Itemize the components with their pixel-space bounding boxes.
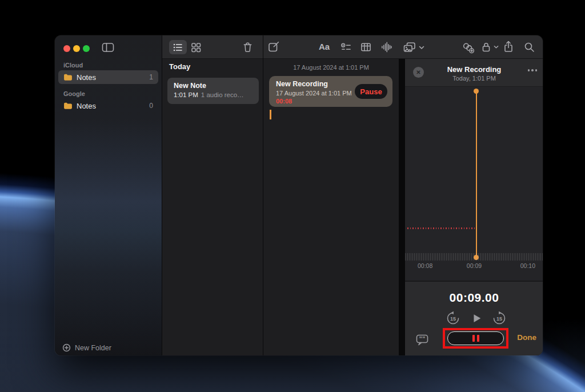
add-link-icon [461, 41, 475, 54]
lock-button[interactable] [480, 41, 499, 53]
player-header: ✕ New Recording Today, 1:01 PM [405, 59, 543, 87]
format-label: Aa [319, 42, 330, 51]
elapsed-timer: 00:09.00 [405, 291, 543, 305]
timeline-labels: 00:08 00:09 00:10 [405, 262, 543, 270]
folder-count-badge: 0 [149, 102, 153, 110]
play-icon [470, 312, 483, 325]
note-list-item[interactable]: New Note 1:01 PM1 audio reco… [167, 78, 259, 104]
transcript-button[interactable]: ”” [415, 333, 429, 349]
new-folder-button[interactable]: New Folder [62, 343, 111, 352]
share-button[interactable] [503, 40, 514, 53]
more-options-button[interactable] [528, 69, 538, 71]
new-folder-label: New Folder [75, 344, 111, 352]
list-view-icon [172, 42, 183, 53]
svg-text:15: 15 [496, 316, 502, 322]
chevron-down-icon [419, 46, 424, 50]
player-title: New Recording [405, 65, 543, 74]
table-icon [360, 41, 372, 53]
waveform-trace [407, 227, 476, 229]
sidebar: iCloud Notes 1 Google Notes 0 [55, 35, 162, 355]
folder-name: Notes [77, 102, 149, 110]
transcript-bubble-icon: ”” [415, 333, 429, 346]
format-button[interactable]: Aa [319, 42, 330, 51]
play-button[interactable] [470, 312, 483, 327]
desktop-background: iCloud Notes 1 Google Notes 0 [0, 0, 585, 392]
table-button[interactable] [360, 41, 372, 53]
checklist-icon [340, 41, 352, 53]
sidebar-toggle-icon [101, 42, 115, 53]
note-editor[interactable]: 17 August 2024 at 1:01 PM New Recording … [263, 59, 399, 355]
attachment-pause-button[interactable]: Pause [355, 84, 387, 99]
folder-name: Notes [77, 73, 149, 82]
folder-icon [63, 74, 73, 81]
delete-note-button[interactable] [242, 41, 254, 53]
skip-forward-button[interactable]: 15 [492, 311, 507, 328]
playhead-handle-top[interactable] [474, 89, 479, 94]
record-pause-button[interactable] [447, 331, 504, 345]
sidebar-section-icloud: iCloud [63, 62, 83, 69]
sidebar-item-icloud-notes[interactable]: Notes 1 [58, 70, 158, 84]
note-date-line: 17 August 2024 at 1:01 PM [263, 64, 399, 71]
timeline-ruler[interactable] [405, 253, 543, 261]
annotation-highlight-rectangle [443, 328, 508, 349]
playhead-line[interactable] [476, 91, 477, 257]
player-controls: 00:09.00 15 [405, 282, 543, 355]
sidebar-item-google-notes[interactable]: Notes 0 [58, 99, 158, 113]
note-title: New Note [174, 82, 253, 90]
attachment-title: New Recording [276, 80, 328, 88]
gallery-view-button[interactable] [190, 42, 202, 53]
notes-list-column: Today New Note 1:01 PM1 audio reco… [162, 35, 263, 355]
checklist-button[interactable] [340, 41, 352, 53]
player-subtitle: Today, 1:01 PM [405, 75, 543, 82]
collaborate-button[interactable] [461, 41, 475, 54]
share-icon [503, 40, 514, 53]
attachment-date: 17 August 2024 at 1:01 PM [276, 90, 352, 97]
skip-back-15-icon: 15 [446, 311, 460, 326]
zoom-window-button[interactable] [83, 45, 90, 52]
svg-text:15: 15 [450, 316, 456, 322]
note-time: 1:01 PM [174, 91, 198, 98]
trash-icon [242, 41, 254, 53]
audio-record-button[interactable] [380, 41, 392, 53]
panel-divider [399, 59, 405, 355]
toggle-sidebar-button[interactable] [101, 42, 115, 53]
timeline-label: 00:10 [520, 262, 535, 269]
recording-player-panel: ✕ New Recording Today, 1:01 PM 00:08 00:… [405, 59, 543, 355]
chevron-down-icon [494, 45, 499, 49]
notes-group-label: Today [169, 62, 190, 71]
list-view-button[interactable] [172, 42, 183, 53]
search-button[interactable] [523, 41, 535, 53]
more-icon [528, 69, 530, 71]
notes-window: iCloud Notes 1 Google Notes 0 [55, 35, 543, 355]
plus-circle-icon [62, 343, 71, 352]
folder-count-badge: 1 [149, 73, 153, 81]
minimize-window-button[interactable] [73, 45, 80, 52]
notes-list-toolbar [162, 35, 263, 59]
transport-controls: 15 15 [405, 310, 543, 326]
done-button[interactable]: Done [517, 333, 536, 342]
skip-forward-15-icon: 15 [492, 311, 507, 326]
new-note-button[interactable] [267, 41, 280, 53]
audio-attachment-card[interactable]: New Recording 17 August 2024 at 1:01 PM … [269, 76, 392, 107]
svg-text:””: ”” [419, 335, 426, 342]
close-window-button[interactable] [63, 45, 70, 52]
sidebar-section-google: Google [63, 90, 85, 97]
editor-toolbar: Aa [263, 35, 543, 59]
grid-view-icon [190, 42, 202, 53]
pause-label: Pause [360, 87, 382, 96]
note-snippet: 1 audio reco… [201, 91, 244, 98]
text-cursor [270, 110, 271, 119]
lock-icon [480, 41, 492, 53]
skip-back-button[interactable]: 15 [446, 311, 460, 328]
photos-icon [403, 41, 416, 54]
search-icon [523, 41, 535, 53]
folder-icon [63, 102, 73, 110]
media-button[interactable] [403, 41, 424, 54]
main-area: Aa [263, 35, 543, 355]
compose-icon [267, 41, 280, 53]
pause-icon [472, 335, 475, 342]
waveform-icon [380, 41, 392, 53]
attachment-elapsed: 00:08 [276, 98, 292, 105]
